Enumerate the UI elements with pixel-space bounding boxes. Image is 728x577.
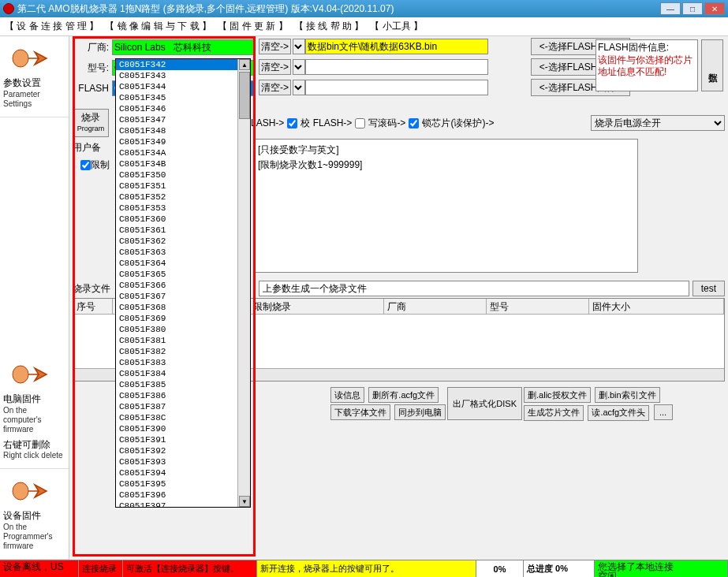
chk-rollcode[interactable] — [355, 118, 365, 128]
test-button[interactable]: test — [693, 281, 725, 296]
dropdown-item[interactable]: C8051F38C — [116, 412, 250, 423]
sidebar-params[interactable]: 参数设置 Parameter Settings — [0, 36, 69, 117]
sidebar-pcfw[interactable]: 电脑固件 On the computer's firmware 右键可删除 Ri… — [0, 352, 69, 469]
delalic-button[interactable]: 删.alic授权文件 — [524, 387, 591, 403]
dropdown-item[interactable]: C8051F395 — [116, 478, 250, 490]
col-vendor[interactable]: 厂商 — [384, 299, 487, 314]
chk-lock-label: 锁芯片(读保护)-> — [422, 117, 494, 130]
power-select[interactable]: 烧录后电源全开 — [591, 115, 725, 131]
clear2-select[interactable] — [293, 59, 305, 75]
dropdown-item[interactable]: C8051F361 — [116, 225, 250, 236]
menu-tools[interactable]: 【 小工具 】 — [370, 20, 423, 33]
dropdown-item[interactable]: C8051F381 — [116, 335, 250, 346]
dropdown-item[interactable]: C8051F352 — [116, 192, 250, 203]
dlfont-button[interactable]: 下载字体文件 — [330, 404, 390, 420]
dropdown-item[interactable]: C8051F350 — [116, 169, 250, 181]
col-limit[interactable]: 限制烧录 — [250, 299, 384, 314]
dropdown-item[interactable]: C8051F385 — [116, 379, 250, 390]
dropdown-item[interactable]: C8051F396 — [116, 490, 250, 501]
burnfile-input[interactable] — [259, 281, 689, 296]
formatdisk-button[interactable]: 出厂格式化DISK — [447, 387, 522, 420]
dropdown-item[interactable]: C8051F342 — [116, 59, 250, 70]
dropdown-item[interactable]: C8051F394 — [116, 467, 250, 478]
dropdown-item[interactable]: C8051F380 — [116, 324, 250, 335]
dropdown-item[interactable]: C8051F387 — [116, 401, 250, 412]
dropdown-item[interactable]: C8051F346 — [116, 103, 250, 114]
dropdown-item[interactable]: C8051F368 — [116, 302, 250, 313]
chk-verify-label: 校 FLASH-> — [301, 117, 352, 130]
dropdown-item[interactable]: C8051F382 — [116, 346, 250, 357]
scroll-thumb[interactable] — [239, 72, 250, 119]
clear2-button[interactable]: 清空-> — [259, 59, 291, 75]
dropdown-item[interactable]: C8051F344 — [116, 81, 250, 92]
minimize-button[interactable]: — — [660, 2, 681, 15]
delbinidx-button[interactable]: 删.bin索引文件 — [595, 387, 660, 403]
readinfo-button[interactable]: 读信息 — [330, 387, 364, 403]
dropdown-item[interactable]: C8051F34A — [116, 147, 250, 158]
clear3-select[interactable] — [293, 80, 305, 95]
dropdown-item[interactable]: C8051F364 — [116, 258, 250, 269]
dropdown-item[interactable]: C8051F349 — [116, 136, 250, 147]
syncpc-button[interactable]: 同步到电脑 — [394, 404, 446, 420]
dropdown-item[interactable]: C8051F343 — [116, 70, 250, 81]
dropdown-item[interactable]: C8051F397 — [116, 501, 250, 508]
dropdown-item[interactable]: C8051F384 — [116, 368, 250, 379]
burn-button[interactable]: 烧录Program — [73, 109, 109, 137]
scroll-up-icon[interactable]: ▲ — [239, 59, 250, 70]
menu-firmware[interactable]: 【 固 件 更 新 】 — [218, 20, 288, 33]
burnfile-label: 烧录文件 — [73, 282, 117, 296]
vendor-label: 厂商: — [73, 41, 112, 54]
menu-wiring[interactable]: 【 接 线 帮 助 】 — [294, 20, 364, 33]
dropdown-item[interactable]: C8051F390 — [116, 423, 250, 434]
chk-lock[interactable] — [409, 118, 419, 128]
dropdown-item[interactable]: C8051F345 — [116, 92, 250, 103]
dropdown-item[interactable]: C8051F365 — [116, 269, 250, 280]
col-index[interactable]: 序号 — [73, 299, 113, 314]
dropdown-item[interactable]: C8051F353 — [116, 203, 250, 214]
limit-checkbox[interactable] — [80, 160, 91, 170]
menu-image[interactable]: 【 镜 像 编 辑 与 下 载 】 — [105, 20, 211, 33]
path2-field[interactable] — [305, 59, 488, 75]
sidebar-devfw[interactable]: 设备固件 On the Programmer's firmware — [0, 469, 69, 560]
clear1-select[interactable] — [293, 39, 305, 54]
path1-field[interactable]: 数据bin文件\随机数据63KB.bin — [305, 39, 488, 54]
dropdown-item[interactable]: C8051F383 — [116, 357, 250, 368]
dropdown-item[interactable]: C8051F367 — [116, 291, 250, 302]
clear1-button[interactable]: 清空-> — [259, 39, 291, 54]
dropdown-item[interactable]: C8051F351 — [116, 181, 250, 192]
col-size[interactable]: 固件大小 — [589, 299, 724, 314]
col-model[interactable]: 型号 — [487, 299, 589, 314]
statusbar: 设备离线，US 连接烧录 可激活【连接烧录器】按键。 新开连接，烧录器上的按键可… — [0, 560, 728, 577]
dropdown-scrollbar[interactable]: ▲ ▼ — [237, 59, 250, 507]
notes-box[interactable]: [只接受数字与英文] [限制烧录次数1~999999] — [254, 139, 638, 273]
dropdown-item[interactable]: C8051F386 — [116, 390, 250, 401]
data-button[interactable]: 数据 — [701, 39, 723, 91]
dropdown-item[interactable]: C8051F366 — [116, 280, 250, 291]
dropdown-item[interactable]: C8051F392 — [116, 445, 250, 456]
sidebar-devfw-label-en: On the Programmer's firmware — [3, 523, 65, 551]
close-button[interactable]: ✕ — [704, 2, 725, 15]
vendor-select[interactable] — [112, 39, 254, 55]
menu-device[interactable]: 【 设 备 连 接 管 理 】 — [5, 20, 99, 33]
more-button[interactable]: ... — [654, 404, 673, 420]
maximize-button[interactable]: □ — [682, 2, 703, 15]
clear3-button[interactable]: 清空-> — [259, 80, 291, 95]
dropdown-item[interactable]: C8051F347 — [116, 114, 250, 125]
readacfghdr-button[interactable]: 读.acfg文件头 — [588, 405, 649, 421]
dropdown-item[interactable]: C8051F369 — [116, 313, 250, 324]
model-dropdown[interactable]: C8051F342C8051F343C8051F344C8051F345C805… — [115, 58, 251, 508]
dropdown-item[interactable]: C8051F391 — [116, 434, 250, 445]
dropdown-item[interactable]: C8051F393 — [116, 456, 250, 467]
dropdown-item[interactable]: C8051F348 — [116, 125, 250, 136]
sidebar-params-label-en: Parameter Settings — [3, 90, 65, 109]
scroll-down-icon[interactable]: ▼ — [239, 496, 250, 507]
chk-verify[interactable] — [287, 118, 297, 128]
path3-field[interactable] — [305, 80, 488, 95]
dropdown-item[interactable]: C8051F34B — [116, 158, 250, 169]
dropdown-item[interactable]: C8051F362 — [116, 236, 250, 247]
dropdown-item[interactable]: C8051F363 — [116, 247, 250, 258]
delacfg-button[interactable]: 删所有.acfg文件 — [368, 387, 439, 403]
genchip-button[interactable]: 生成芯片文件 — [524, 405, 584, 421]
dropdown-item[interactable]: C8051F360 — [116, 214, 250, 225]
app-icon — [3, 3, 14, 14]
